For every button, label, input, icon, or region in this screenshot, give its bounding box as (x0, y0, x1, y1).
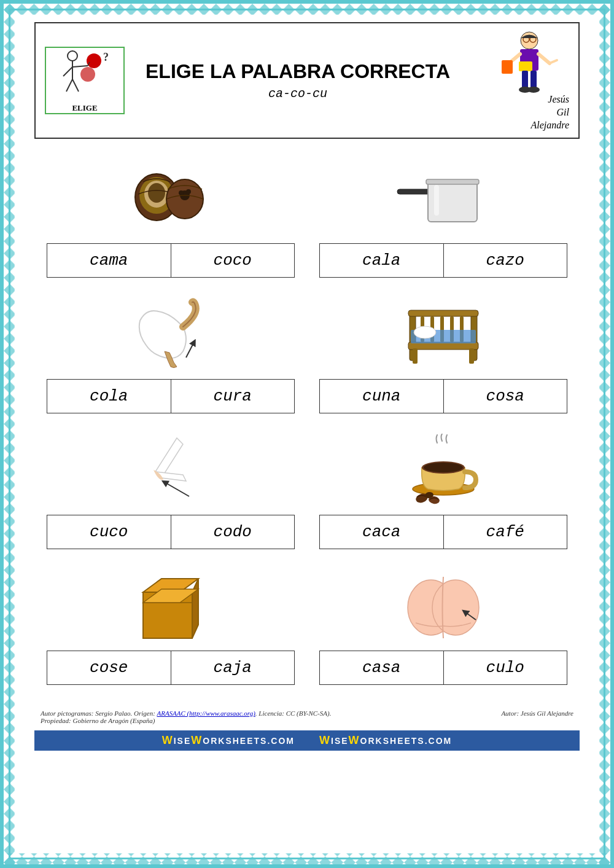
choice-coco[interactable]: coco (171, 244, 295, 277)
svg-rect-49 (413, 348, 418, 364)
svg-point-65 (432, 580, 479, 635)
exercise-7-choices: cose caja (47, 651, 295, 685)
exercise-4-image (403, 293, 483, 373)
header-left: ? ELIGE (45, 47, 125, 114)
worksheet-page: ? ELIGE ELIGE LA PALABRA CORRECTA ca-co-… (0, 0, 614, 868)
svg-text:?: ? (103, 51, 109, 63)
exercise-6: caca café (307, 423, 580, 558)
svg-rect-34 (426, 179, 479, 184)
buttocks-icon (403, 568, 483, 641)
svg-rect-18 (502, 60, 513, 74)
svg-rect-35 (434, 185, 439, 216)
arasaac-link[interactable]: ARASAAC (http://www.arasaac.org) (157, 710, 255, 717)
author-figure-icon (483, 29, 569, 97)
svg-point-48 (414, 326, 436, 338)
svg-point-6 (87, 53, 101, 68)
crib-icon (403, 299, 483, 367)
choice-caja[interactable]: caja (171, 651, 295, 684)
choice-culo[interactable]: culo (444, 651, 567, 684)
choice-codo[interactable]: codo (171, 515, 295, 549)
svg-rect-70 (4, 853, 610, 864)
exercise-3-image (128, 293, 214, 373)
exercise-8: casa culo (307, 558, 580, 694)
exercise-7: cose caja (34, 558, 307, 694)
svg-line-36 (186, 342, 194, 358)
author-name-line2: Gil (471, 106, 569, 119)
exercise-2-image (394, 157, 492, 237)
choice-cafe[interactable]: café (444, 515, 567, 549)
exercise-1-choices: cama coco (47, 243, 295, 278)
svg-point-7 (80, 67, 95, 82)
footer-credits-2: Propiedad: Gobierno de Aragón (España) (41, 717, 501, 724)
svg-rect-15 (519, 61, 532, 71)
exercise-2: cala cazo (307, 151, 580, 287)
choice-cosa[interactable]: cosa (444, 380, 567, 413)
footer-credits-1: Autor pictogramas: Sergio Palao. Origen:… (41, 710, 501, 717)
svg-rect-32 (397, 189, 431, 194)
svg-point-31 (186, 189, 191, 194)
coffee-icon (403, 434, 483, 504)
saucepan-icon (394, 163, 492, 231)
choice-cama[interactable]: cama (47, 244, 171, 277)
exercise-7-image (131, 565, 211, 644)
choice-cose[interactable]: cose (47, 651, 171, 684)
svg-line-23 (550, 60, 557, 63)
choice-cazo[interactable]: cazo (444, 244, 567, 277)
footer-author: Autor: Jesús Gil Alejandre (501, 710, 573, 717)
exercise-2-choices: cala cazo (319, 243, 567, 278)
svg-marker-61 (192, 579, 198, 638)
main-title: ELIGE LA PALABRA CORRECTA (125, 60, 471, 83)
svg-rect-19 (522, 71, 528, 89)
elige-icon: ? (54, 49, 115, 101)
choice-cola[interactable]: cola (47, 380, 171, 413)
exercise-5-image (128, 429, 214, 509)
exercise-1-image (131, 157, 211, 237)
svg-point-55 (424, 463, 463, 472)
choice-caca[interactable]: caca (320, 515, 444, 549)
choice-cuna[interactable]: cuna (320, 380, 444, 413)
choice-cuco[interactable]: cuco (47, 515, 171, 549)
header-center: ELIGE LA PALABRA CORRECTA ca-co-cu (125, 60, 471, 101)
footer: Autor pictogramas: Sergio Palao. Origen:… (34, 710, 580, 724)
svg-rect-72 (599, 4, 610, 864)
svg-line-4 (66, 79, 72, 92)
svg-rect-69 (4, 4, 610, 15)
footer-left: Autor pictogramas: Sergio Palao. Origen:… (41, 710, 501, 724)
author-name-line3: Alejandre (471, 119, 569, 132)
exercise-8-choices: casa culo (319, 651, 567, 685)
elbow-icon (128, 432, 214, 506)
svg-rect-71 (4, 4, 15, 864)
svg-line-17 (538, 54, 550, 63)
coconut-icon (131, 163, 211, 231)
svg-line-2 (63, 67, 72, 76)
svg-point-0 (68, 51, 77, 61)
watermark-bar: WISEWORKSHEETS.COM WISEWORKSHEETS.COM (34, 730, 580, 751)
exercise-8-image (403, 565, 483, 644)
svg-line-3 (72, 66, 88, 67)
exercise-6-choices: caca café (319, 515, 567, 549)
footer-right: Autor: Jesús Gil Alejandre (501, 710, 573, 724)
svg-point-27 (148, 183, 165, 203)
choice-cura[interactable]: cura (171, 380, 295, 413)
exercise-4: cuna cosa (307, 287, 580, 423)
subtitle: ca-co-cu (125, 87, 471, 101)
svg-rect-20 (530, 71, 537, 89)
svg-line-5 (72, 79, 79, 92)
choice-casa[interactable]: casa (320, 651, 444, 684)
exercise-1: cama coco (34, 151, 307, 287)
choice-cala[interactable]: cala (320, 244, 444, 277)
svg-point-30 (179, 190, 184, 195)
box-icon (131, 568, 211, 641)
exercise-4-choices: cuna cosa (319, 379, 567, 413)
exercise-3-choices: cola cura (47, 379, 295, 413)
exercises-grid: cama coco (34, 151, 580, 694)
elige-label: ELIGE (72, 103, 97, 113)
watermark-right: WISEWORKSHEETS.COM (319, 734, 452, 747)
exercise-5: cuco codo (34, 423, 307, 558)
watermark-left: WISEWORKSHEETS.COM (162, 734, 295, 747)
exercise-6-image (403, 429, 483, 509)
svg-rect-40 (408, 310, 478, 316)
exercise-5-choices: cuco codo (47, 515, 295, 549)
header-right: Jesús Gil Alejandre (471, 29, 569, 131)
svg-rect-50 (469, 348, 474, 364)
